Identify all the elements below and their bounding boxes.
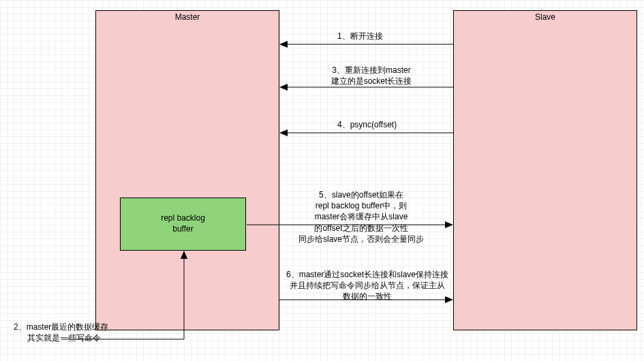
label-5-line3: master会将缓存中从slave bbox=[293, 211, 429, 222]
label-5-line1: 5、slave的offset如果在 bbox=[293, 189, 429, 200]
label-5-line5: 同步给slave节点，否则会全量同步 bbox=[293, 234, 429, 245]
label-5: 5、slave的offset如果在 repl backlog buffer中，则… bbox=[293, 189, 429, 245]
label-5-line4: 的offset之后的数据一次性 bbox=[293, 223, 429, 234]
master-title: Master bbox=[96, 11, 279, 22]
label-5-line2: repl backlog buffer中，则 bbox=[293, 200, 429, 211]
repl-backlog-label: repl backlog buffer bbox=[161, 213, 205, 234]
label-6-line3: 数据的一致性 bbox=[279, 291, 455, 302]
label-6-line1: 6、master通过socket长连接和slave保持连接 bbox=[279, 269, 455, 280]
label-3-line2: 建立的是socket长连接 bbox=[324, 76, 419, 87]
label-1: 1、断开连接 bbox=[337, 31, 383, 42]
slave-title: Slave bbox=[454, 11, 637, 22]
label-2-line1: 2、master最近的数据缓存 bbox=[14, 321, 108, 332]
label-3: 3、重新连接到master 建立的是socket长连接 bbox=[324, 65, 419, 87]
svg-marker-3 bbox=[279, 84, 288, 91]
label-6-line2: 并且持续把写命令同步给从节点，保证主从 bbox=[279, 280, 455, 291]
svg-marker-5 bbox=[279, 129, 288, 136]
label-6: 6、master通过socket长连接和slave保持连接 并且持续把写命令同步… bbox=[279, 269, 455, 302]
label-3-line1: 3、重新连接到master bbox=[324, 65, 419, 76]
svg-marker-7 bbox=[445, 221, 453, 228]
label-4: 4、psync(offset) bbox=[337, 119, 397, 130]
diagram-canvas: Master Slave repl backlog buffer 1、断开连接 … bbox=[0, 0, 644, 361]
svg-marker-10 bbox=[181, 251, 187, 259]
arrow-2-cache bbox=[61, 251, 198, 361]
label-2: 2、master最近的数据缓存 其实就是一些写命令 bbox=[14, 321, 108, 343]
repl-backlog-box: repl backlog buffer bbox=[120, 198, 246, 251]
label-2-line2: 其实就是一些写命令 bbox=[14, 332, 108, 343]
slave-box: Slave bbox=[453, 10, 637, 330]
svg-marker-1 bbox=[279, 41, 288, 48]
